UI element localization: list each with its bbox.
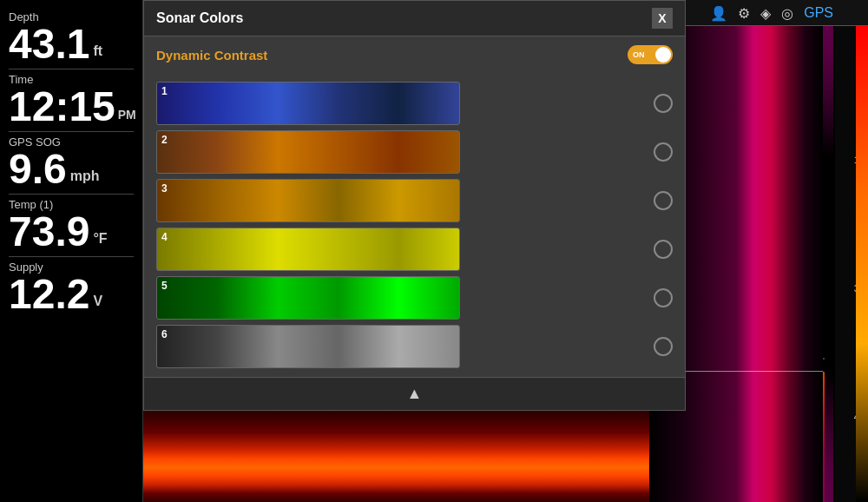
- dialog-title: Sonar Colors: [156, 10, 243, 26]
- temp-value: 73.9: [9, 211, 89, 253]
- radio-5[interactable]: [654, 288, 673, 307]
- supply-section: Supply 12.2 V: [9, 261, 134, 315]
- color-number-6: 6: [161, 328, 168, 340]
- toggle-text: ON: [633, 50, 645, 59]
- toggle-thumb: [655, 47, 671, 63]
- color-option-1: 1: [156, 82, 673, 125]
- depth-display: 43.1 ft: [9, 23, 134, 65]
- dialog-body: Dynamic Contrast ON 1 2: [144, 36, 685, 377]
- depth-section: Depth 43.1 ft: [9, 10, 134, 65]
- divider-4: [9, 256, 134, 257]
- temp-unit: °F: [93, 232, 107, 246]
- navigation-icon[interactable]: ◎: [781, 5, 793, 22]
- color-number-4: 4: [161, 231, 168, 243]
- time-section: Time 12:15 PM: [9, 73, 134, 128]
- depth-unit: ft: [93, 44, 102, 58]
- color-options-list: 1 2 3 4: [156, 82, 673, 368]
- depth-value: 43.1: [9, 23, 89, 65]
- radio-6[interactable]: [654, 337, 673, 356]
- radio-3[interactable]: [654, 191, 673, 210]
- color-preview-5[interactable]: 5: [156, 276, 460, 320]
- color-preview-1[interactable]: 1: [156, 82, 460, 125]
- temp-section: Temp (1) 73.9 °F: [9, 198, 134, 253]
- color-option-3: 3: [156, 179, 673, 222]
- settings-icon[interactable]: ⚙: [738, 5, 750, 22]
- divider-3: [9, 194, 134, 195]
- color-option-5: 5: [156, 276, 673, 320]
- radio-4[interactable]: [654, 240, 673, 259]
- gps-display: 9.6 mph: [9, 149, 134, 190]
- radio-1[interactable]: [654, 94, 673, 113]
- dialog-header: Sonar Colors X: [144, 1, 685, 36]
- color-number-5: 5: [161, 280, 168, 292]
- color-preview-6[interactable]: 6: [156, 325, 460, 368]
- toggle-track[interactable]: ON: [628, 45, 673, 64]
- color-option-2: 2: [156, 130, 673, 174]
- layers-icon[interactable]: ◈: [760, 5, 771, 22]
- temp-display: 73.9 °F: [9, 211, 134, 253]
- supply-display: 12.2 V: [9, 274, 134, 315]
- color-number-1: 1: [161, 85, 168, 97]
- gps-icon[interactable]: GPS: [804, 5, 833, 21]
- top-icons-bar: 👤 ⚙ ◈ ◎ GPS: [710, 0, 833, 26]
- dialog-footer: ▲: [144, 377, 685, 410]
- dynamic-contrast-row: Dynamic Contrast ON: [156, 45, 673, 71]
- radio-2[interactable]: [654, 142, 673, 162]
- color-depth-bar: [856, 26, 868, 502]
- dynamic-contrast-toggle[interactable]: ON: [628, 45, 673, 64]
- person-icon[interactable]: 👤: [710, 5, 727, 22]
- color-preview-3[interactable]: 3: [156, 179, 460, 222]
- gps-value: 9.6: [9, 149, 67, 190]
- gps-section: GPS SOG 9.6 mph: [9, 135, 134, 190]
- time-display: 12:15 PM: [9, 86, 134, 128]
- color-number-2: 2: [161, 134, 168, 146]
- color-option-6: 6: [156, 325, 673, 368]
- time-ampm: PM: [118, 109, 136, 121]
- supply-unit: V: [93, 294, 102, 308]
- dynamic-contrast-label: Dynamic Contrast: [156, 48, 267, 63]
- color-preview-4[interactable]: 4: [156, 228, 460, 271]
- left-panel: Depth 43.1 ft Time 12:15 PM GPS SOG 9.6 …: [0, 0, 143, 502]
- scroll-up-arrow[interactable]: ▲: [407, 385, 423, 403]
- supply-value: 12.2: [9, 274, 89, 315]
- color-number-3: 3: [161, 182, 168, 195]
- gps-unit: mph: [70, 169, 100, 183]
- divider-2: [9, 131, 134, 132]
- divider-1: [9, 69, 134, 69]
- time-value: 12:15: [9, 86, 115, 128]
- color-option-4: 4: [156, 228, 673, 271]
- close-button[interactable]: X: [652, 8, 673, 29]
- color-preview-2[interactable]: 2: [156, 130, 460, 174]
- sonar-colors-dialog: Sonar Colors X Dynamic Contrast ON 1: [143, 0, 686, 411]
